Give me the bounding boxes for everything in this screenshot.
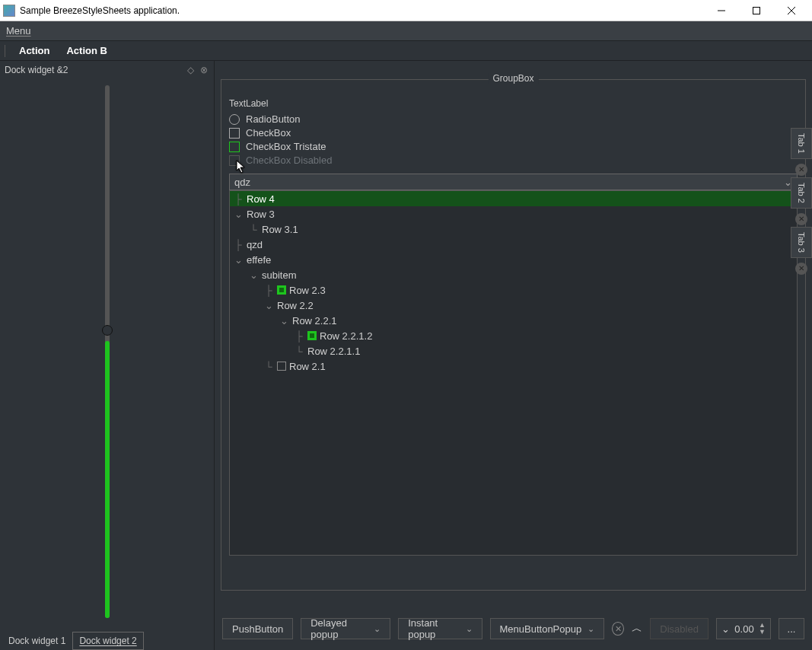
- tree-row[interactable]: ├qzd: [230, 237, 797, 252]
- groupbox: GroupBox TextLabel RadioButton CheckBox …: [221, 79, 806, 591]
- toolbar-separator: [5, 45, 5, 57]
- chevron-up-icon[interactable]: ︿: [632, 622, 642, 636]
- tree-item-label: Row 2.2: [277, 300, 314, 311]
- tree-leaf-icon: └: [294, 346, 304, 357]
- tree-row[interactable]: ⌄Row 2.2.1: [230, 313, 797, 328]
- chevron-down-icon: ⌄: [466, 624, 473, 634]
- tree-branch-icon: ├: [233, 239, 244, 250]
- dock-header: Dock widget &2 ◇ ⊗: [0, 61, 214, 79]
- menu-button-popup[interactable]: MenuButtonPopup⌄: [490, 618, 605, 639]
- toolbar: Action Action B: [0, 41, 812, 61]
- clear-icon[interactable]: ✕: [612, 622, 624, 636]
- checkbox-icon: [229, 128, 240, 139]
- radio-row[interactable]: RadioButton: [229, 113, 798, 125]
- slider[interactable]: [0, 79, 214, 629]
- combobox[interactable]: qdz ⌄: [229, 174, 798, 190]
- chevron-down-icon: ⌄: [374, 624, 381, 634]
- checkbox-disabled-icon: [229, 155, 240, 166]
- titlebar: Sample BreezeStyleSheets application.: [0, 0, 812, 21]
- tree-branch-icon: ├: [294, 330, 304, 342]
- tree-row[interactable]: └Row 3.1: [230, 221, 797, 237]
- ellipsis-button[interactable]: ...: [779, 618, 804, 639]
- dock-title: Dock widget &2: [5, 65, 68, 75]
- spinbox-value: 0.00: [734, 623, 753, 635]
- tree-row[interactable]: ├Row 4: [230, 191, 797, 206]
- dock-tabs: Dock widget 1 Dock widget 2: [0, 629, 214, 650]
- checkbox-tristate-label: CheckBox Tristate: [246, 141, 326, 152]
- checkbox-tristate-icon: [229, 142, 240, 152]
- tree-row[interactable]: ⌄effefe: [230, 252, 797, 267]
- menubar: Menu: [0, 21, 812, 41]
- checkbox-filled-icon[interactable]: [277, 285, 286, 295]
- tree-item-label: Row 3: [247, 209, 275, 220]
- dock-tab-1[interactable]: Dock widget 1: [2, 632, 72, 650]
- checkbox-disabled-row: CheckBox Disabled: [229, 155, 798, 166]
- close-button[interactable]: [774, 0, 809, 21]
- expander-open-icon[interactable]: ⌄: [233, 209, 244, 220]
- svg-rect-1: [753, 7, 760, 14]
- tree-item-label: subitem: [262, 269, 297, 281]
- tree-row[interactable]: ⌄Row 2.2: [230, 298, 797, 313]
- text-label: TextLabel: [229, 98, 798, 109]
- app-icon: [3, 5, 15, 17]
- expander-open-icon[interactable]: ⌄: [279, 315, 289, 327]
- tree-item-label: Row 2.3: [289, 285, 326, 296]
- chevron-down-icon: ⌄: [588, 624, 594, 634]
- tree-row[interactable]: ├Row 2.3: [230, 282, 797, 298]
- tree-row[interactable]: └Row 2.1: [230, 358, 797, 374]
- right-tab-2[interactable]: Tab 2: [791, 177, 812, 209]
- action-button[interactable]: Action: [11, 43, 57, 59]
- minimize-button[interactable]: [704, 0, 739, 21]
- dock-widget: Dock widget &2 ◇ ⊗ Dock widget 1 Dock wi…: [0, 61, 215, 650]
- right-tab-strip: Tab 1 ✕ Tab 2 ✕ Tab 3 ✕: [791, 128, 812, 275]
- action-b-button[interactable]: Action B: [59, 43, 114, 59]
- combobox-value: qdz: [234, 177, 250, 188]
- tree-item-label: effefe: [247, 254, 271, 266]
- instant-popup-button[interactable]: Instant popup⌄: [398, 618, 482, 639]
- expander-open-icon[interactable]: ⌄: [248, 269, 259, 281]
- expander-open-icon[interactable]: ⌄: [263, 300, 274, 311]
- bottom-toolbar: PushButton Delayed popup⌄ Instant popup⌄…: [221, 613, 806, 644]
- tree-branch-icon: ├: [263, 285, 274, 296]
- disabled-button: Disabled: [650, 618, 709, 639]
- tree-row[interactable]: ⌄Row 3: [230, 206, 797, 221]
- slider-handle[interactable]: [102, 325, 113, 336]
- window-title: Sample BreezeStyleSheets application.: [20, 5, 180, 16]
- radio-label: RadioButton: [246, 113, 301, 125]
- tab-close-icon[interactable]: ✕: [795, 213, 807, 225]
- tree-view[interactable]: ├Row 4⌄Row 3└Row 3.1├qzd⌄effefe⌄subitem├…: [229, 190, 798, 556]
- checkbox-label: CheckBox: [246, 127, 291, 139]
- checkbox-tristate-row[interactable]: CheckBox Tristate: [229, 141, 798, 152]
- pushbutton[interactable]: PushButton: [222, 618, 293, 639]
- groupbox-title: GroupBox: [488, 73, 538, 84]
- tree-leaf-icon: └: [248, 224, 259, 235]
- tree-item-label: qzd: [247, 239, 263, 250]
- maximize-button[interactable]: [739, 0, 774, 21]
- tree-row[interactable]: ├Row 2.2.1.2: [230, 328, 797, 343]
- spinbox[interactable]: ⌄ 0.00 ▲▼: [716, 618, 771, 639]
- menu-item[interactable]: Menu: [6, 25, 31, 37]
- tree-item-label: Row 2.2.1.2: [320, 330, 372, 342]
- right-tab-3[interactable]: Tab 3: [791, 227, 812, 258]
- dock-float-icon[interactable]: ◇: [185, 65, 196, 75]
- tree-row[interactable]: ⌄subitem: [230, 267, 797, 282]
- tree-branch-icon: ├: [233, 193, 244, 205]
- tree-item-label: Row 4: [247, 193, 275, 205]
- checkbox-row[interactable]: CheckBox: [229, 127, 798, 139]
- spinbox-arrows[interactable]: ▲▼: [759, 622, 766, 636]
- tree-row[interactable]: └Row 2.2.1.1: [230, 343, 797, 358]
- tab-close-icon[interactable]: ✕: [795, 263, 807, 275]
- tab-close-icon[interactable]: ✕: [795, 164, 807, 176]
- tree-item-label: Row 2.2.1.1: [307, 346, 360, 357]
- checkbox-filled-icon[interactable]: [307, 331, 317, 340]
- dock-close-icon[interactable]: ⊗: [199, 65, 209, 75]
- tree-item-label: Row 2.1: [289, 361, 326, 372]
- central-area: GroupBox TextLabel RadioButton CheckBox …: [215, 61, 812, 650]
- tree-leaf-icon: └: [263, 361, 274, 372]
- checkbox-disabled-label: CheckBox Disabled: [246, 155, 332, 166]
- expander-open-icon[interactable]: ⌄: [233, 254, 244, 266]
- checkbox-empty-icon[interactable]: [277, 362, 286, 371]
- right-tab-1[interactable]: Tab 1: [791, 128, 812, 159]
- delayed-popup-button[interactable]: Delayed popup⌄: [301, 618, 390, 639]
- dock-tab-2[interactable]: Dock widget 2: [72, 632, 143, 650]
